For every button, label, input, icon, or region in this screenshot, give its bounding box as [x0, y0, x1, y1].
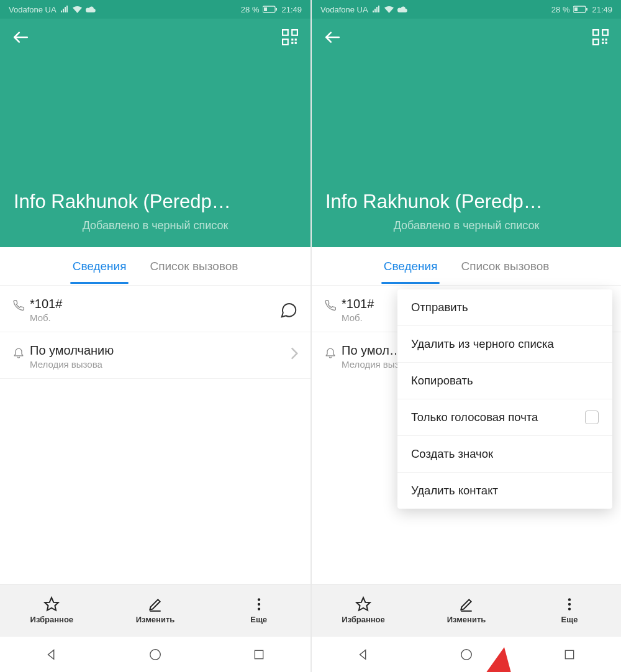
- svg-point-17: [258, 607, 260, 610]
- svg-rect-4: [283, 30, 288, 35]
- annotation-arrow: [436, 647, 535, 672]
- svg-rect-23: [586, 8, 587, 11]
- svg-point-15: [258, 598, 260, 601]
- content-area: *101# Моб. По умолчанию Мелодия вызова: [0, 286, 310, 584]
- svg-point-19: [150, 649, 161, 660]
- tab-call-log[interactable]: Список вызовов: [458, 250, 551, 283]
- contact-subtitle: Добавлено в черный список: [14, 219, 297, 232]
- edit-button[interactable]: Изменить: [104, 584, 207, 636]
- clock-label: 21:49: [281, 5, 302, 14]
- svg-point-37: [568, 603, 571, 606]
- svg-marker-34: [356, 597, 370, 611]
- content-area: *101# Моб. По умол… Мелодия вызова Отпра…: [312, 286, 621, 584]
- action-bar: Избранное Изменить Еще: [0, 584, 310, 636]
- qr-icon[interactable]: [282, 29, 298, 45]
- contact-subtitle: Добавлено в черный список: [325, 219, 607, 232]
- battery-icon: [263, 6, 278, 13]
- nav-recent-icon[interactable]: [561, 646, 578, 663]
- svg-rect-31: [605, 42, 607, 44]
- svg-rect-41: [565, 650, 573, 658]
- popup-item-remove-blacklist[interactable]: Удалить из черного списка: [397, 326, 612, 363]
- popup-item-send[interactable]: Отправить: [397, 289, 612, 326]
- cloud-icon: [86, 6, 96, 13]
- cloud-icon: [397, 6, 408, 13]
- favorite-button[interactable]: Избранное: [0, 584, 104, 636]
- tab-call-log[interactable]: Список вызовов: [147, 250, 240, 283]
- signal-icon: [60, 6, 69, 13]
- svg-rect-26: [602, 30, 608, 35]
- phone-row[interactable]: *101# Моб.: [0, 286, 310, 332]
- more-label: Еще: [250, 615, 267, 624]
- svg-rect-9: [291, 42, 293, 44]
- svg-rect-7: [291, 39, 293, 40]
- favorite-label: Избранное: [342, 615, 385, 624]
- ringtone-row[interactable]: По умолчанию Мелодия вызова: [0, 332, 310, 379]
- popup-item-copy[interactable]: Копировать: [397, 363, 612, 399]
- svg-rect-29: [605, 39, 607, 40]
- nav-bar: [0, 636, 310, 672]
- back-arrow-icon[interactable]: [324, 29, 340, 45]
- phone-icon: [324, 299, 342, 312]
- nav-home-icon[interactable]: [147, 646, 164, 663]
- status-bar: Vodafone UA 28 % 21:49: [0, 0, 310, 19]
- svg-rect-5: [292, 30, 297, 35]
- tabs: Сведения Список вызовов: [0, 247, 310, 286]
- qr-icon[interactable]: [592, 29, 609, 45]
- popup-item-delete-contact[interactable]: Удалить контакт: [397, 473, 612, 509]
- ringtone-title: По умолчанию: [30, 343, 291, 358]
- battery-percent: 28 %: [241, 5, 260, 14]
- chevron-right-icon: [291, 347, 298, 360]
- nav-recent-icon[interactable]: [250, 646, 268, 663]
- popup-item-create-shortcut[interactable]: Создать значок: [397, 436, 612, 473]
- svg-rect-30: [602, 42, 604, 44]
- more-button[interactable]: Еще: [518, 584, 621, 636]
- contact-name: Info Rakhunok (Peredp…: [325, 190, 607, 214]
- battery-percent: 28 %: [551, 5, 570, 14]
- phone-right: Vodafone UA 28 % 21:49: [310, 0, 621, 672]
- bell-icon: [12, 346, 30, 358]
- tab-details[interactable]: Сведения: [381, 250, 440, 283]
- nav-back-icon[interactable]: [43, 646, 60, 663]
- wifi-icon: [73, 6, 82, 13]
- contact-header: Info Rakhunok (Peredp… Добавлено в черны…: [0, 19, 310, 247]
- more-menu-popup: Отправить Удалить из черного списка Копи…: [397, 289, 612, 509]
- phone-icon: [12, 299, 30, 312]
- svg-point-16: [258, 603, 260, 606]
- ringtone-sub: Мелодия вызова: [30, 359, 291, 370]
- edit-label: Изменить: [136, 615, 175, 624]
- clock-label: 21:49: [592, 5, 612, 14]
- back-arrow-icon[interactable]: [12, 29, 29, 45]
- edit-label: Изменить: [447, 615, 486, 624]
- svg-rect-22: [574, 7, 578, 11]
- wifi-icon: [384, 6, 394, 13]
- svg-point-38: [568, 607, 571, 610]
- phone-number: *101#: [30, 297, 279, 311]
- edit-button[interactable]: Изменить: [415, 584, 518, 636]
- tab-details[interactable]: Сведения: [70, 250, 129, 283]
- carrier-label: Vodafone UA: [9, 5, 57, 14]
- popup-item-voicemail-only[interactable]: Только голосовая почта: [397, 399, 612, 436]
- svg-marker-33: [473, 647, 517, 672]
- carrier-label: Vodafone UA: [320, 5, 368, 14]
- svg-rect-6: [283, 39, 288, 45]
- svg-rect-1: [264, 7, 267, 11]
- svg-rect-2: [276, 8, 277, 11]
- svg-rect-27: [593, 39, 599, 45]
- svg-point-36: [568, 598, 571, 601]
- svg-rect-8: [295, 39, 297, 40]
- checkbox-icon[interactable]: [585, 411, 599, 424]
- favorite-button[interactable]: Избранное: [312, 584, 415, 636]
- svg-marker-18: [48, 650, 54, 659]
- contact-name: Info Rakhunok (Peredp…: [14, 190, 297, 214]
- svg-rect-28: [602, 39, 604, 40]
- nav-back-icon[interactable]: [355, 646, 372, 663]
- phone-left: Vodafone UA 28 % 21:49: [0, 0, 310, 672]
- tabs: Сведения Список вызовов: [312, 247, 621, 286]
- phone-type: Моб.: [30, 312, 279, 323]
- action-bar: Избранное Изменить Еще: [312, 584, 621, 636]
- svg-marker-39: [360, 650, 366, 659]
- bell-icon: [324, 346, 342, 358]
- signal-icon: [372, 6, 381, 13]
- message-icon[interactable]: [279, 301, 298, 319]
- more-button[interactable]: Еще: [207, 584, 310, 636]
